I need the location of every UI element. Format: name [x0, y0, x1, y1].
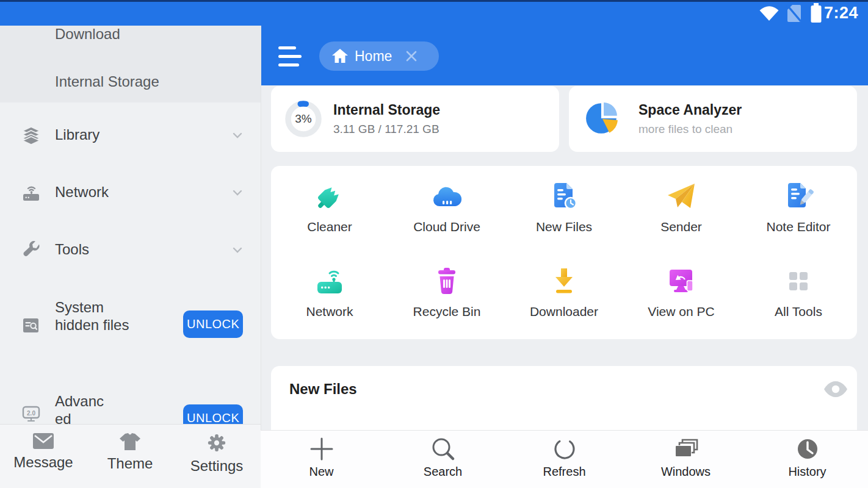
tool-label: All Tools — [740, 304, 857, 319]
grid-icon — [783, 265, 814, 297]
tool-cloud-drive[interactable]: Cloud Drive — [388, 181, 505, 260]
network-router-icon — [22, 183, 40, 201]
paper-plane-icon — [665, 181, 697, 212]
pie-chart-icon — [585, 101, 620, 136]
sidebar-item-system-hidden-files[interactable]: System hidden files — [55, 298, 134, 334]
chevron-down-icon[interactable] — [231, 243, 244, 257]
home-icon — [331, 48, 349, 64]
cleaner-brush-icon — [314, 181, 345, 212]
tools-wrench-icon — [22, 240, 40, 259]
analyzer-card-title: Space Analyzer — [638, 102, 742, 118]
tool-label: Sender — [623, 220, 740, 234]
tools-panel: Cleaner Cloud Drive New Files — [271, 166, 857, 339]
tool-recycle-bin[interactable]: Recycle Bin — [388, 265, 505, 345]
toolbar-label: History — [747, 465, 868, 479]
storage-percent-label: 3% — [284, 100, 322, 138]
toolbar-label: Refresh — [504, 465, 625, 479]
windows-stack-icon — [673, 436, 700, 462]
toolbar-label: Windows — [625, 465, 747, 479]
tool-label: Cloud Drive — [388, 220, 505, 234]
tool-sender[interactable]: Sender — [623, 181, 740, 260]
space-analyzer-card[interactable]: Space Analyzer more files to clean — [569, 86, 857, 152]
toolbar-new-button[interactable]: New — [261, 431, 382, 488]
storage-card-usage: 3.11 GB / 117.21 GB — [333, 123, 439, 136]
tool-network[interactable]: Network — [271, 265, 388, 345]
sidebar-item-internal-storage[interactable]: Internal Storage — [55, 73, 159, 90]
storage-card-title: Internal Storage — [333, 102, 440, 118]
drawer-footer: Message Theme — [0, 424, 261, 488]
tool-view-on-pc[interactable]: View on PC — [623, 265, 740, 345]
bottom-toolbar: New Search Refresh Windows — [261, 430, 868, 488]
sidebar-item-network[interactable]: Network — [55, 184, 109, 201]
visibility-eye-icon[interactable] — [824, 381, 847, 398]
menu-icon[interactable] — [278, 45, 305, 67]
new-files-doc-icon — [548, 181, 580, 212]
status-bar: 7:24 — [0, 0, 868, 26]
cloud-icon — [431, 181, 463, 212]
library-layers-icon — [22, 126, 40, 145]
download-arrow-icon — [548, 265, 580, 297]
clock-time: 7:24 — [824, 4, 858, 23]
storage-progress-ring: 3% — [284, 100, 322, 138]
sidebar-item-library[interactable]: Library — [55, 126, 99, 143]
note-editor-icon — [783, 181, 814, 212]
chevron-down-icon[interactable] — [231, 186, 244, 199]
tab-home-label: Home — [355, 48, 392, 65]
router-icon — [314, 265, 345, 297]
trash-icon — [431, 265, 463, 297]
tool-note-editor[interactable]: Note Editor — [740, 181, 857, 260]
internal-storage-card[interactable]: 3% Internal Storage 3.11 GB / 117.21 GB — [271, 86, 559, 152]
footer-theme-button[interactable]: Theme — [87, 425, 173, 488]
close-tab-icon[interactable] — [405, 50, 418, 62]
toolbar-label: New — [261, 465, 382, 479]
toolbar-label: Search — [382, 465, 504, 479]
history-clock-icon — [794, 436, 821, 462]
message-envelope-icon — [33, 433, 54, 449]
analyzer-card-subtitle: more files to clean — [638, 123, 732, 136]
tab-home[interactable]: Home — [319, 41, 439, 71]
sidebar-item-advanced[interactable]: Advanced — [55, 392, 106, 428]
refresh-icon — [551, 436, 578, 462]
tool-label: View on PC — [623, 304, 740, 319]
footer-settings-button[interactable]: Settings — [173, 425, 260, 488]
toolbar-refresh-button[interactable]: Refresh — [504, 431, 625, 488]
search-icon — [430, 436, 457, 462]
toolbar-windows-button[interactable]: Windows — [625, 431, 747, 488]
svg-text:2.0: 2.0 — [27, 410, 35, 417]
monitor-share-icon — [665, 265, 697, 297]
chevron-down-icon[interactable] — [231, 129, 244, 142]
battery-icon — [810, 3, 822, 23]
sidebar-item-download[interactable]: Download — [55, 26, 120, 43]
drawer-top-group — [0, 26, 261, 102]
settings-gear-icon — [207, 433, 226, 453]
app-screen: Home 7:24 3% Inte — [0, 0, 868, 488]
sidebar-item-tools[interactable]: Tools — [55, 241, 89, 258]
footer-label: Message — [0, 454, 87, 471]
hidden-files-doc-icon — [23, 317, 39, 334]
tool-all-tools[interactable]: All Tools — [740, 265, 857, 345]
toolbar-search-button[interactable]: Search — [382, 431, 504, 488]
new-files-title: New Files — [289, 381, 357, 398]
screen-top-edge — [0, 0, 868, 2]
tool-label: Downloader — [505, 304, 623, 319]
tool-label: Note Editor — [740, 220, 857, 234]
footer-message-button[interactable]: Message — [0, 425, 87, 488]
wifi-icon — [758, 5, 780, 22]
plus-icon — [308, 436, 335, 462]
tool-label: New Files — [505, 220, 623, 234]
tool-label: Recycle Bin — [388, 304, 505, 319]
tool-new-files[interactable]: New Files — [505, 181, 623, 260]
theme-tshirt-icon — [119, 433, 141, 450]
footer-label: Settings — [173, 458, 260, 475]
tool-label: Cleaner — [271, 220, 388, 234]
advanced-2-0-icon: 2.0 — [22, 405, 40, 423]
toolbar-history-button[interactable]: History — [747, 431, 868, 488]
no-sim-icon — [786, 4, 802, 23]
navigation-drawer: Download Internal Storage Library Networ — [0, 26, 261, 488]
tool-cleaner[interactable]: Cleaner — [271, 181, 388, 260]
unlock-hidden-files-button[interactable]: UNLOCK — [183, 310, 243, 338]
tool-label: Network — [271, 304, 388, 319]
tool-downloader[interactable]: Downloader — [505, 265, 623, 345]
new-files-section: New Files — [271, 366, 857, 439]
footer-label: Theme — [87, 455, 173, 472]
